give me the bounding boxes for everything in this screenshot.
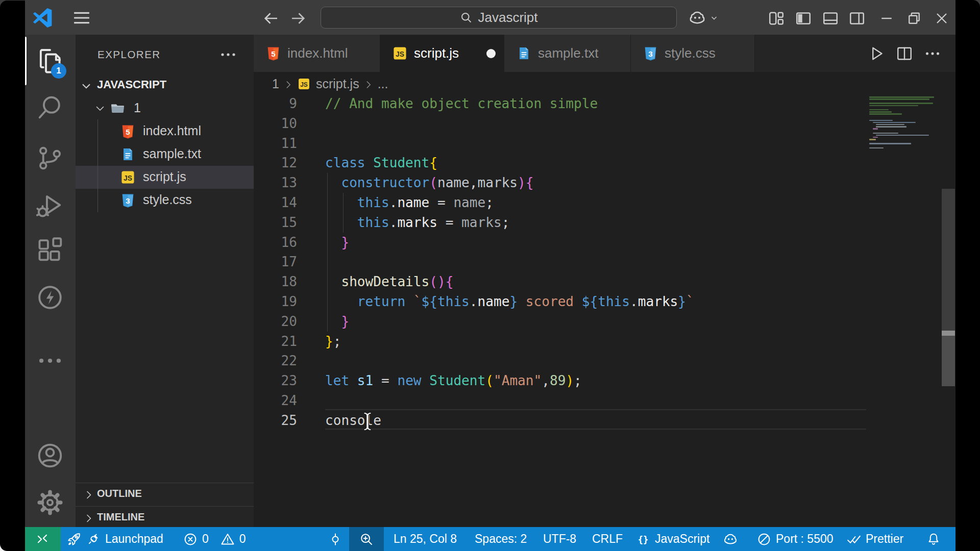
code-line-24[interactable]: 24 (254, 391, 955, 411)
tree-item-script-js[interactable]: JSscript.js (76, 166, 254, 189)
cursor-position-label: Ln 25, Col 8 (394, 532, 457, 546)
tree-item-index-html[interactable]: 5index.html (76, 120, 254, 143)
prettier-label: Prettier (866, 532, 903, 546)
activity-more-views-icon[interactable] (24, 344, 76, 378)
activity-source-control-icon[interactable] (24, 141, 76, 175)
cursor-position[interactable]: Ln 25, Col 8 (394, 527, 457, 551)
editor-group: 5index.htmlJSscript.jssample.txt3style.c… (254, 35, 955, 527)
tree-item-sample-txt[interactable]: sample.txt (76, 143, 254, 166)
layout-customize-icon[interactable] (767, 9, 786, 28)
minimap-line (869, 147, 884, 149)
line-number: 10 (254, 114, 297, 134)
back-arrow-icon[interactable] (262, 9, 280, 28)
copilot-icon[interactable] (688, 9, 707, 27)
tree-item-1[interactable]: 1 (76, 97, 254, 120)
copilot-icon (723, 532, 738, 547)
error-icon (183, 532, 198, 547)
eol-sequence[interactable]: CRLF (592, 527, 623, 551)
activity-accounts-icon[interactable] (24, 439, 76, 472)
minimap[interactable] (869, 96, 938, 153)
minimap-line (869, 120, 893, 121)
zoom-button[interactable] (349, 527, 384, 551)
live-server-port[interactable]: Port : 5500 (756, 527, 834, 551)
tree-item-style-css[interactable]: 3style.css (76, 189, 254, 212)
activity-search-icon[interactable] (24, 91, 76, 124)
tree-item-label: script.js (143, 169, 186, 184)
minimap-line (869, 113, 902, 115)
search-input[interactable]: Javascript (321, 7, 677, 29)
indent-guide (343, 193, 344, 233)
copilot-status[interactable] (723, 527, 738, 551)
language-mode[interactable]: {}JavaScript (635, 527, 709, 551)
forward-arrow-icon[interactable] (289, 9, 307, 28)
layout-sidebar-right-icon[interactable] (848, 9, 866, 28)
close-icon[interactable] (933, 9, 951, 28)
encoding-label: UTF-8 (543, 532, 576, 546)
sidebar-header: EXPLORER (76, 35, 254, 65)
views-more-actions-icon[interactable] (219, 49, 238, 60)
code-text: constructor(name,marks){ (325, 173, 534, 193)
restore-icon[interactable] (905, 9, 923, 28)
minimap-line (876, 124, 904, 126)
code-line-13[interactable]: 13 constructor(name,marks){ (254, 173, 955, 193)
tree-indent-guide (97, 119, 98, 212)
svg-text:{}: {} (638, 534, 648, 544)
layout-panel-icon[interactable] (821, 9, 840, 28)
chevron-down-icon[interactable] (709, 13, 719, 22)
launchpad-label: Launchpad (105, 532, 163, 546)
code-line-18[interactable]: 18 showDetails(){ (254, 272, 955, 292)
activity-run-and-debug-icon[interactable] (24, 189, 76, 222)
code-text: let s1 = new Student("Aman",89); (325, 371, 582, 391)
code-editor[interactable]: 9// And make object creation simple10111… (254, 35, 955, 527)
search-placeholder: Javascript (478, 10, 537, 26)
encoding[interactable]: UTF-8 (543, 527, 576, 551)
screencast-indicator[interactable] (328, 527, 343, 551)
code-line-22[interactable]: 22 (254, 351, 955, 371)
indentation[interactable]: Spaces: 2 (475, 527, 527, 551)
activity-extensions-icon[interactable] (24, 233, 76, 267)
screencast-icon (328, 532, 343, 547)
code-line-9[interactable]: 9// And make object creation simple (254, 94, 955, 114)
layout-sidebar-left-icon[interactable] (794, 9, 813, 28)
activity-explorer-icon[interactable]: 1 (24, 45, 76, 79)
code-line-23[interactable]: 23let s1 = new Student("Aman",89); (254, 371, 955, 391)
sidebar-section-javascript[interactable]: JAVASCRIPT (76, 74, 254, 97)
line-number: 18 (254, 272, 297, 292)
minimap-line (869, 143, 911, 144)
code-line-11[interactable]: 11 (254, 134, 955, 154)
launchpad-button[interactable]: Launchpad (66, 527, 163, 551)
code-line-16[interactable]: 16 } (254, 233, 955, 253)
activity-settings-icon[interactable] (24, 486, 76, 519)
code-line-17[interactable]: 17 (254, 252, 955, 272)
code-line-15[interactable]: 15 this.marks = marks; (254, 213, 955, 233)
code-text: // And make object creation simple (325, 94, 598, 114)
code-line-12[interactable]: 12class Student{ (254, 153, 955, 173)
chevron-right-icon (83, 512, 95, 524)
minimize-icon[interactable] (877, 9, 896, 28)
minimap-line (873, 137, 878, 138)
code-line-10[interactable]: 10 (254, 114, 955, 134)
code-line-21[interactable]: 21}; (254, 332, 955, 352)
plug-icon (86, 532, 101, 547)
rocket-icon (66, 532, 82, 547)
menu-hamburger-icon[interactable] (69, 7, 94, 29)
code-line-14[interactable]: 14 this.name = name; (254, 193, 955, 213)
line-number: 25 (254, 411, 297, 431)
section-label: OUTLINE (97, 488, 142, 499)
code-line-20[interactable]: 20 } (254, 312, 955, 332)
bell-icon (926, 532, 941, 547)
minimap-line (869, 111, 892, 113)
chevron-down-icon (94, 103, 106, 115)
notifications-bell[interactable] (926, 527, 941, 551)
minimap-line (873, 122, 916, 123)
remote-icon (34, 531, 52, 548)
sidebar-section-outline[interactable]: OUTLINE (76, 483, 254, 506)
problems-button[interactable]: 00 (183, 527, 246, 551)
prettier-status[interactable]: Prettier (846, 527, 903, 551)
code-line-19[interactable]: 19 return `${this.name} scored ${this.ma… (254, 292, 955, 312)
sidebar-section-timeline[interactable]: TIMELINE (76, 506, 254, 530)
line-number: 14 (254, 193, 297, 213)
activity-thunder-client-icon[interactable] (24, 281, 76, 314)
tree-item-label: index.html (143, 123, 201, 138)
section-label: JAVASCRIPT (97, 78, 166, 91)
